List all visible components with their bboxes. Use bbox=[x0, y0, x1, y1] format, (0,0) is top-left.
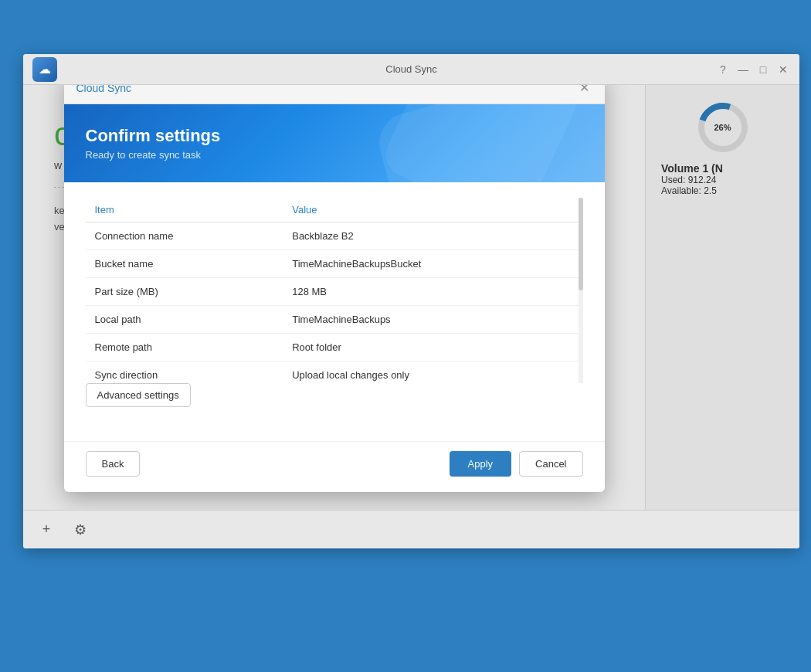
modal-overlay: Cloud Sync ✕ Confirm settings Ready to c… bbox=[23, 85, 799, 548]
titlebar-controls: ? — □ ✕ bbox=[716, 63, 790, 76]
scrollbar-thumb[interactable] bbox=[579, 198, 583, 290]
table-row: Sync directionUpload local changes only bbox=[86, 361, 583, 383]
table-cell-value: 128 MB bbox=[283, 277, 582, 305]
add-task-button[interactable]: + bbox=[32, 516, 60, 544]
scrollbar-track[interactable] bbox=[579, 198, 583, 383]
col-value: Value bbox=[283, 198, 582, 222]
modal-header-title: Confirm settings bbox=[86, 126, 583, 146]
cancel-button[interactable]: Cancel bbox=[519, 451, 582, 477]
apply-button[interactable]: Apply bbox=[450, 451, 512, 477]
table-row: Local pathTimeMachineBackups bbox=[86, 305, 583, 333]
maximize-button[interactable]: □ bbox=[756, 63, 770, 76]
table-row: Connection nameBackblaze B2 bbox=[86, 222, 583, 249]
back-button[interactable]: Back bbox=[86, 451, 141, 477]
app-window: ☁ Cloud Sync ? — □ ✕ ce w up-to-date. ke… bbox=[23, 54, 799, 548]
modal-header-subtitle: Ready to create sync task bbox=[86, 149, 583, 161]
table-cell-item: Local path bbox=[86, 305, 283, 333]
table-cell-value: Upload local changes only bbox=[283, 361, 582, 383]
modal-footer: Back Apply Cancel bbox=[64, 441, 605, 492]
table-row: Bucket nameTimeMachineBackupsBucket bbox=[86, 249, 583, 277]
help-button[interactable]: ? bbox=[716, 63, 730, 76]
settings-table-area: Item Value Connection nameBackblaze B2Bu… bbox=[86, 198, 583, 383]
table-row: Remote pathRoot folder bbox=[86, 333, 583, 361]
table-cell-item: Part size (MB) bbox=[86, 277, 283, 305]
app-content: ce w up-to-date. ket, Backblaze B2 autom… bbox=[23, 85, 799, 548]
close-button[interactable]: ✕ bbox=[776, 63, 790, 76]
col-item: Item bbox=[86, 198, 283, 222]
table-row: Part size (MB)128 MB bbox=[86, 277, 583, 305]
settings-button[interactable]: ⚙ bbox=[66, 516, 94, 544]
modal-dialog: Cloud Sync ✕ Confirm settings Ready to c… bbox=[64, 85, 605, 492]
table-cell-item: Remote path bbox=[86, 333, 283, 361]
app-toolbar: + ⚙ bbox=[23, 510, 799, 548]
app-titlebar: ☁ Cloud Sync ? — □ ✕ bbox=[23, 54, 799, 85]
table-cell-value: TimeMachineBackups bbox=[283, 305, 582, 333]
app-title: Cloud Sync bbox=[385, 63, 436, 75]
modal-header: Confirm settings Ready to create sync ta… bbox=[64, 104, 605, 182]
modal-title: Cloud Sync bbox=[76, 85, 132, 94]
table-cell-value: Root folder bbox=[283, 333, 582, 361]
minimize-button[interactable]: — bbox=[736, 63, 750, 76]
modal-close-button[interactable]: ✕ bbox=[577, 85, 592, 96]
modal-body: Item Value Connection nameBackblaze B2Bu… bbox=[64, 182, 605, 441]
table-cell-value: TimeMachineBackupsBucket bbox=[283, 249, 582, 277]
settings-table: Item Value Connection nameBackblaze B2Bu… bbox=[86, 198, 583, 383]
footer-right-buttons: Apply Cancel bbox=[450, 451, 583, 477]
table-cell-item: Bucket name bbox=[86, 249, 283, 277]
advanced-settings-button[interactable]: Advanced settings bbox=[86, 383, 191, 407]
modal-titlebar: Cloud Sync ✕ bbox=[64, 85, 605, 104]
table-cell-item: Sync direction bbox=[86, 361, 283, 383]
app-icon: ☁ bbox=[32, 57, 57, 82]
table-cell-item: Connection name bbox=[86, 222, 283, 249]
table-cell-value: Backblaze B2 bbox=[283, 222, 582, 249]
